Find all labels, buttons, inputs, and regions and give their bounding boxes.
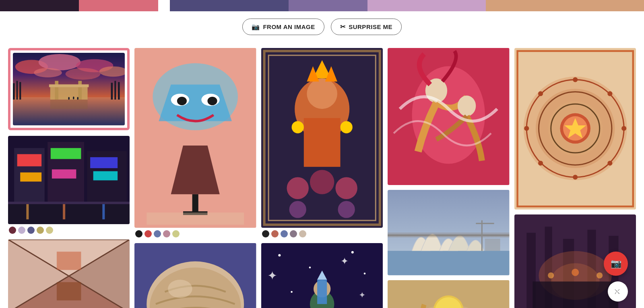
color-segment	[486, 0, 644, 11]
gallery-item-dance[interactable]	[388, 48, 509, 185]
from-image-button[interactable]: 📷 FROM AN IMAGE	[242, 19, 324, 35]
color-dot	[290, 230, 297, 237]
svg-point-130	[524, 126, 529, 131]
svg-point-101	[458, 96, 476, 116]
tibetan-image	[261, 48, 383, 228]
color-dot	[46, 227, 53, 234]
svg-point-80	[289, 201, 306, 218]
abstract-image	[134, 48, 256, 228]
from-image-label: FROM AN IMAGE	[263, 23, 315, 30]
svg-rect-105	[388, 235, 509, 237]
svg-rect-9	[55, 81, 58, 100]
color-dot	[163, 230, 170, 237]
color-dot	[9, 227, 16, 234]
color-segment	[79, 0, 158, 11]
color-dots-nightmarket	[8, 224, 130, 235]
dance-image	[388, 48, 509, 185]
centaur-image	[388, 280, 509, 308]
svg-rect-28	[90, 157, 118, 168]
svg-point-78	[310, 170, 334, 194]
svg-point-20	[77, 97, 78, 100]
svg-rect-11	[49, 84, 89, 87]
color-segment	[367, 0, 486, 11]
svg-point-2	[39, 54, 80, 71]
fab-shuffle-button[interactable]: ⛌	[608, 281, 628, 302]
color-segment	[289, 0, 367, 11]
svg-rect-33	[8, 202, 130, 204]
camera-icon: 📷	[252, 23, 260, 31]
svg-rect-36	[102, 204, 105, 219]
svg-rect-26	[17, 154, 41, 166]
svg-rect-34	[26, 204, 29, 219]
svg-rect-95	[317, 280, 327, 304]
svg-point-79	[335, 177, 357, 199]
svg-point-6	[65, 68, 100, 80]
stainedglass-image	[8, 239, 130, 308]
svg-point-146	[548, 272, 554, 278]
svg-rect-58	[192, 194, 198, 212]
svg-point-70	[307, 79, 337, 109]
featured-image	[13, 53, 125, 125]
svg-rect-48	[57, 252, 81, 270]
svg-rect-12	[13, 83, 15, 100]
svg-marker-52	[159, 85, 232, 121]
svg-point-19	[73, 96, 74, 99]
color-dot	[154, 230, 161, 237]
scissors-icon: ✂	[340, 23, 346, 31]
gallery-item-nightmarket[interactable]	[8, 136, 130, 235]
gallery-item-shell[interactable]	[134, 243, 256, 308]
gallery-item-space[interactable]: ✦ ✦ ✦ ✦ ✦	[261, 243, 383, 308]
color-dot	[172, 230, 180, 237]
gallery-item-centaur[interactable]	[388, 280, 509, 308]
svg-rect-61	[147, 212, 244, 225]
svg-rect-49	[57, 282, 81, 300]
svg-rect-17	[118, 82, 120, 99]
surprise-me-button[interactable]: ✂ SURPRISE ME	[331, 19, 402, 35]
color-dot	[135, 230, 142, 237]
svg-point-65	[168, 280, 192, 298]
svg-point-83	[278, 254, 281, 256]
gallery-item-sydney[interactable]	[388, 190, 509, 275]
svg-rect-29	[20, 172, 41, 181]
action-bar: 📷 FROM AN IMAGE ✂ SURPRISE ME	[0, 11, 644, 44]
shell-image	[134, 243, 256, 308]
svg-rect-15	[111, 83, 113, 100]
sydney-image	[388, 190, 509, 275]
svg-point-56	[208, 97, 217, 105]
gallery-item-tibetan[interactable]	[261, 48, 383, 238]
fab-camera-button[interactable]: 📷	[604, 252, 628, 276]
color-dot	[299, 230, 306, 237]
color-dot	[144, 230, 152, 237]
color-segment	[0, 0, 79, 11]
color-dot	[271, 230, 279, 237]
svg-point-85	[351, 251, 354, 254]
svg-point-84	[309, 266, 311, 268]
svg-point-18	[68, 97, 69, 100]
svg-rect-145	[533, 281, 618, 308]
svg-rect-35	[63, 204, 65, 219]
color-dot	[262, 230, 269, 237]
svg-point-128	[573, 77, 578, 82]
svg-point-99	[412, 66, 485, 164]
svg-rect-31	[93, 171, 118, 180]
svg-point-129	[573, 175, 578, 179]
svg-rect-14	[19, 82, 21, 99]
svg-rect-108	[485, 239, 500, 251]
color-dot	[281, 230, 288, 237]
svg-point-148	[597, 272, 603, 278]
svg-rect-27	[51, 148, 81, 159]
svg-point-86	[364, 273, 366, 275]
svg-rect-16	[114, 81, 116, 100]
svg-point-147	[572, 268, 579, 276]
gallery-item-featured[interactable]	[8, 48, 130, 130]
gallery-item-stainedglass[interactable]	[8, 239, 130, 308]
svg-rect-10	[78, 81, 82, 100]
gallery-item-mandala[interactable]	[514, 48, 636, 210]
color-dot	[27, 227, 35, 234]
svg-rect-21	[50, 100, 88, 109]
space-image: ✦ ✦ ✦ ✦ ✦	[261, 243, 383, 308]
gallery-item-abstract[interactable]	[134, 48, 256, 238]
svg-point-87	[291, 291, 293, 293]
svg-text:✦: ✦	[340, 256, 348, 266]
color-dot	[18, 227, 25, 234]
